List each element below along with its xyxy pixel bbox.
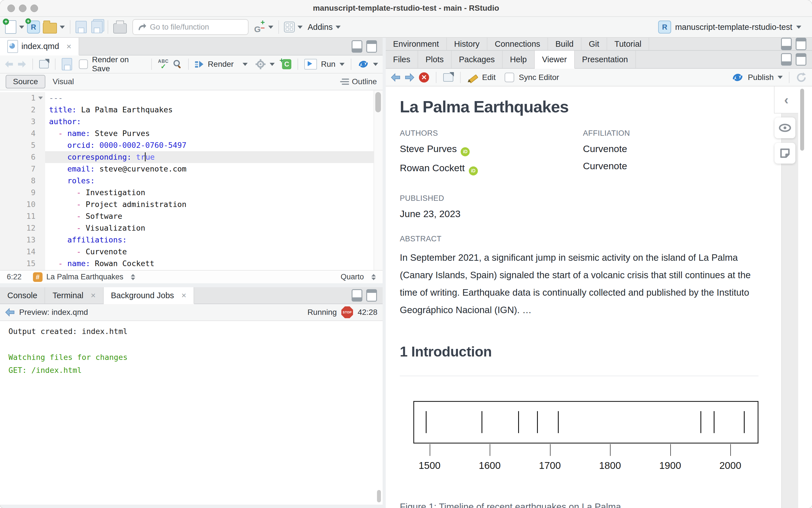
- tab-help[interactable]: Help: [503, 51, 535, 68]
- code-line-7[interactable]: 7 email: steve@curvenote.com: [0, 163, 374, 175]
- file-mode[interactable]: Quarto: [341, 272, 364, 281]
- chevron-down-icon[interactable]: [778, 76, 783, 79]
- spellcheck-icon[interactable]: ABC✓: [158, 59, 169, 70]
- chevron-down-icon[interactable]: [339, 63, 344, 66]
- tab-viewer[interactable]: Viewer: [535, 51, 575, 69]
- tab-presentation[interactable]: Presentation: [575, 51, 636, 68]
- maximize-pane-icon[interactable]: [366, 40, 377, 53]
- sync-editor-checkbox[interactable]: [504, 73, 514, 82]
- code-line-2[interactable]: 2title: La Palma Earthquakes: [0, 104, 374, 116]
- mode-source-button[interactable]: Source: [6, 75, 45, 88]
- new-file-button[interactable]: +: [5, 20, 24, 34]
- code-editor[interactable]: 1---2title: La Palma Earthquakes3author:…: [0, 90, 382, 270]
- code-line-13[interactable]: 13 affiliations:: [0, 234, 374, 246]
- code-line-4[interactable]: 4 - name: Steve Purves: [0, 128, 374, 139]
- render-on-save-checkbox[interactable]: [79, 59, 88, 69]
- close-icon[interactable]: ×: [181, 291, 187, 300]
- publish-icon[interactable]: [358, 59, 369, 69]
- popout-icon[interactable]: [443, 73, 453, 82]
- code-line-1[interactable]: 1---: [0, 92, 374, 104]
- tab-environment[interactable]: Environment: [386, 38, 447, 50]
- tab-files[interactable]: Files: [386, 51, 418, 68]
- tab-packages[interactable]: Packages: [452, 51, 503, 68]
- show-margin-button[interactable]: [775, 118, 796, 138]
- publish-button[interactable]: Publish: [748, 73, 774, 82]
- back-icon[interactable]: [5, 308, 15, 316]
- code-line-3[interactable]: 3author:: [0, 116, 374, 128]
- code-line-5[interactable]: 5 orcid: 0000-0002-0760-5497: [0, 139, 374, 151]
- edit-pencil-icon[interactable]: [468, 72, 478, 83]
- maximize-pane-icon[interactable]: [366, 289, 377, 302]
- section-navigator[interactable]: La Palma Earthquakes: [46, 272, 123, 281]
- popout-icon[interactable]: [39, 60, 49, 69]
- tab-console[interactable]: Console: [0, 287, 45, 304]
- close-icon[interactable]: ×: [67, 42, 72, 51]
- tab-git[interactable]: Git: [581, 38, 607, 50]
- version-control-button[interactable]: +−G: [254, 20, 273, 34]
- tab-tutorial[interactable]: Tutorial: [607, 38, 649, 50]
- mode-visual-button[interactable]: Visual: [45, 76, 81, 88]
- print-button[interactable]: [113, 20, 127, 34]
- viewer-scrollbar[interactable]: [800, 89, 804, 151]
- tab-terminal[interactable]: Terminal×: [45, 287, 104, 304]
- render-button[interactable]: Render: [208, 60, 234, 69]
- viewer-content[interactable]: La Palma Earthquakes AUTHORS Steve Purve…: [386, 86, 812, 508]
- forward-icon[interactable]: [17, 60, 27, 69]
- run-button[interactable]: Run: [321, 60, 335, 69]
- code-line-10[interactable]: 10 - Project administration: [0, 199, 374, 210]
- mode-updown-icon[interactable]: [371, 274, 376, 280]
- maximize-pane-icon[interactable]: [796, 53, 806, 66]
- refresh-icon[interactable]: [796, 72, 807, 83]
- insert-chunk-icon[interactable]: C: [282, 59, 292, 69]
- back-icon[interactable]: [4, 60, 13, 69]
- open-file-button[interactable]: [43, 20, 65, 34]
- code-line-14[interactable]: 14 - Curvenote: [0, 246, 374, 258]
- save-icon[interactable]: [62, 58, 72, 71]
- minimize-pane-icon[interactable]: [781, 53, 792, 66]
- code-line-15[interactable]: 15 - name: Rowan Cockett: [0, 258, 374, 269]
- maximize-pane-icon[interactable]: [796, 38, 806, 50]
- code-line-11[interactable]: 11 - Software: [0, 210, 374, 222]
- tab-background-jobs[interactable]: Background Jobs×: [104, 287, 194, 304]
- code-line-8[interactable]: 8 roles:: [0, 175, 374, 187]
- back-icon[interactable]: [391, 73, 400, 82]
- fold-arrow-icon[interactable]: [38, 96, 43, 99]
- pane-divider[interactable]: [382, 38, 386, 505]
- search-icon[interactable]: [173, 59, 182, 69]
- tab-index-qmd[interactable]: index.qmd ×: [0, 38, 79, 55]
- code-line-12[interactable]: 12 - Visualization: [0, 222, 374, 234]
- code-line-9[interactable]: 9 - Investigation: [0, 187, 374, 199]
- forward-icon[interactable]: [405, 73, 414, 82]
- outline-button[interactable]: Outline: [340, 77, 377, 86]
- edit-button[interactable]: Edit: [482, 73, 496, 82]
- clear-viewer-icon[interactable]: ✕: [419, 72, 429, 83]
- save-all-button[interactable]: [91, 21, 103, 33]
- stop-icon[interactable]: STOP: [341, 306, 353, 318]
- new-project-button[interactable]: R: [27, 20, 40, 34]
- tab-history[interactable]: History: [447, 38, 487, 50]
- orcid-icon[interactable]: iD: [461, 147, 470, 156]
- addins-button[interactable]: Addins: [308, 23, 341, 32]
- editor-scrollbar[interactable]: [374, 90, 382, 270]
- close-icon[interactable]: ×: [91, 291, 96, 300]
- minimize-pane-icon[interactable]: [352, 40, 362, 53]
- tab-build[interactable]: Build: [548, 38, 581, 50]
- panes-layout-button[interactable]: [284, 22, 302, 32]
- section-updown-icon[interactable]: [131, 274, 135, 280]
- console-scrollbar[interactable]: [377, 490, 381, 502]
- tab-plots[interactable]: Plots: [418, 51, 451, 68]
- minimize-pane-icon[interactable]: [352, 289, 362, 302]
- tab-connections[interactable]: Connections: [487, 38, 548, 50]
- project-menu-button[interactable]: R manuscript-template-rstudio-test: [658, 20, 801, 34]
- gear-icon[interactable]: [255, 59, 266, 70]
- chevron-down-icon[interactable]: [270, 63, 275, 66]
- orcid-icon[interactable]: iD: [469, 166, 478, 175]
- collapse-panel-button[interactable]: ‹: [774, 86, 798, 114]
- annotations-button[interactable]: [775, 143, 796, 164]
- minimize-pane-icon[interactable]: [781, 38, 792, 50]
- goto-file-input[interactable]: Go to file/function: [132, 19, 248, 35]
- chevron-down-icon[interactable]: [243, 63, 248, 66]
- console-output[interactable]: Output created: index.html Watching file…: [0, 321, 382, 505]
- save-button[interactable]: [76, 21, 87, 33]
- chevron-down-icon[interactable]: [373, 63, 378, 66]
